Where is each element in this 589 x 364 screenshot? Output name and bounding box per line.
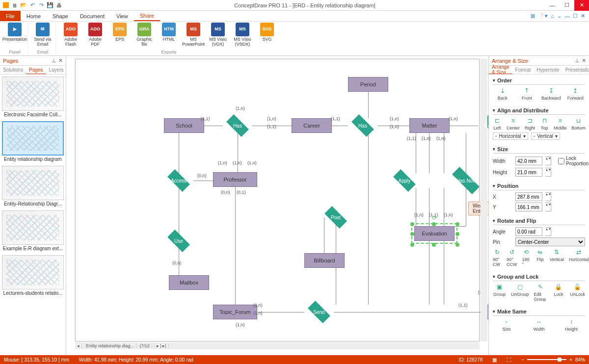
lt-solutions[interactable]: Solutions bbox=[0, 66, 26, 74]
collapse-icon[interactable]: ⌄ bbox=[557, 13, 562, 19]
lock-button[interactable]: 🔒Lock bbox=[552, 283, 565, 302]
home-icon[interactable]: ⌂ bbox=[551, 13, 554, 19]
page-thumb[interactable]: Electronic Facsimile Coll... bbox=[2, 77, 64, 117]
tab-nav-next[interactable]: ▸ | ▸| bbox=[155, 343, 169, 348]
tab-document[interactable]: Document bbox=[74, 11, 110, 21]
relation-has2[interactable]: Has bbox=[348, 118, 377, 133]
close-panel-icon[interactable]: ✕ bbox=[582, 57, 586, 64]
--button[interactable]: ⟲180 ° bbox=[522, 248, 531, 267]
front-button[interactable]: ⤒Front bbox=[517, 87, 537, 101]
vertical-scrollbar[interactable] bbox=[481, 59, 487, 341]
mdi-close-icon[interactable]: ✕ bbox=[581, 13, 585, 19]
fit-icon[interactable]: ⛶ bbox=[507, 357, 511, 363]
relation-ithas[interactable]: It Has Notes bbox=[446, 173, 485, 188]
ungroup-button[interactable]: ▢UnGroup bbox=[511, 283, 529, 302]
tab-strip[interactable]: ◂ Entity relationship diag... (7/12 ▸ | … bbox=[75, 342, 480, 349]
x-input[interactable] bbox=[515, 192, 542, 201]
presentation-button[interactable]: ▶Presentation bbox=[4, 23, 26, 42]
horizontal-button[interactable]: ⇄Horizontal bbox=[569, 248, 589, 267]
relation-send[interactable]: Send bbox=[304, 305, 334, 319]
entity-mailbox[interactable]: Mailbox bbox=[169, 275, 209, 290]
y-input[interactable] bbox=[515, 203, 542, 211]
same-header[interactable]: Make Same bbox=[493, 308, 585, 316]
distribute-horizontal[interactable]: ▫ Horizontal ▾ bbox=[493, 132, 528, 140]
rt-hypernote[interactable]: Hypernote bbox=[534, 66, 562, 74]
rt-format[interactable]: Format bbox=[512, 66, 534, 74]
entity-career[interactable]: Career bbox=[292, 118, 332, 133]
entity-period[interactable]: Period bbox=[348, 77, 388, 92]
export-adobe-pdf[interactable]: ADOAdobe PDF bbox=[84, 23, 106, 47]
flip-button[interactable]: ⇋Flip bbox=[535, 248, 544, 267]
page-thumb[interactable]: Example E-R diagram ext... bbox=[2, 210, 64, 251]
pin-icon[interactable]: ⊥ bbox=[575, 57, 580, 64]
send-email-button[interactable]: ✉Send via Email bbox=[32, 23, 54, 47]
back-button[interactable]: ⤓Back bbox=[493, 87, 512, 101]
window-icon[interactable]: ⊞ bbox=[531, 13, 535, 19]
vertical-button[interactable]: ⇅Vertical bbox=[549, 248, 564, 267]
sheet-tab[interactable]: Entity relationship diag... (7/12 bbox=[82, 343, 155, 348]
width-spinner[interactable]: ▲▼ bbox=[545, 156, 551, 165]
x-spinner[interactable]: ▲▼ bbox=[545, 192, 551, 201]
print-icon[interactable]: 🖶 bbox=[55, 1, 63, 9]
entity-billboard[interactable]: Billboard bbox=[304, 253, 345, 268]
tab-file[interactable]: File bbox=[0, 11, 21, 21]
size-header[interactable]: Size bbox=[493, 145, 585, 154]
export-ms-visio-vdx-[interactable]: MS MS Visio (VDX) bbox=[207, 23, 229, 47]
export-svg[interactable]: SVGSVG bbox=[256, 23, 278, 47]
unlock-button[interactable]: 🔓UnLock bbox=[570, 283, 585, 302]
export-graphic-file[interactable]: GRAGraphic file bbox=[134, 23, 155, 47]
rotate-header[interactable]: Rotate and Flip bbox=[493, 217, 585, 225]
lt-pages[interactable]: Pages bbox=[26, 66, 46, 74]
tab-home[interactable]: Home bbox=[21, 11, 47, 21]
order-header[interactable]: Order bbox=[493, 77, 585, 85]
angle-spinner[interactable]: ▲▼ bbox=[545, 227, 551, 236]
entity-professor[interactable]: Professor bbox=[213, 172, 257, 187]
save-icon[interactable]: 💾 bbox=[46, 1, 54, 9]
export-adobe-flash[interactable]: ADOAdobe Flash bbox=[60, 23, 81, 47]
height-spinner[interactable]: ▲▼ bbox=[545, 168, 551, 177]
grid-icon[interactable]: ▦ bbox=[492, 357, 497, 363]
backward-button[interactable]: ↧Backward bbox=[541, 87, 561, 101]
undo-icon[interactable]: ↶ bbox=[28, 1, 36, 9]
zoom-slider[interactable] bbox=[527, 359, 566, 360]
close-panel-icon[interactable]: ✕ bbox=[58, 57, 63, 64]
relation-has1[interactable]: Has bbox=[223, 118, 252, 133]
page-thumb[interactable]: Lecturers-students relatio... bbox=[2, 255, 64, 296]
width-input[interactable] bbox=[515, 156, 542, 165]
zoom-control[interactable]: − + 84% bbox=[521, 357, 585, 363]
relation-use[interactable]: Use bbox=[164, 234, 193, 248]
tab-share[interactable]: Share bbox=[134, 11, 160, 21]
zoom-in-icon[interactable]: + bbox=[569, 357, 572, 363]
export-ms-powerpoint[interactable]: MS MS PowerPoint bbox=[183, 23, 204, 47]
export-eps[interactable]: EPSEPS bbox=[109, 23, 131, 47]
forward-button[interactable]: ↥Forward bbox=[566, 87, 586, 101]
entity-topic[interactable]: Topic_Forum bbox=[213, 305, 257, 319]
bottom-button[interactable]: ⊔Bottom bbox=[572, 117, 586, 130]
left-button[interactable]: ⊏Left bbox=[493, 117, 502, 130]
center-button[interactable]: ≡Center bbox=[507, 117, 520, 130]
tab-view[interactable]: View bbox=[110, 11, 134, 21]
middle-button[interactable]: ≡Middle bbox=[554, 117, 567, 130]
angle-input[interactable] bbox=[515, 227, 542, 236]
zoom-out-icon[interactable]: − bbox=[521, 357, 524, 363]
help-icon[interactable]: ❔▾ bbox=[538, 13, 548, 19]
pin-icon[interactable]: ⊥ bbox=[52, 57, 56, 64]
width-button[interactable]: ↔Width bbox=[525, 318, 553, 332]
maximize-button[interactable]: ☐ bbox=[560, 0, 574, 11]
page-thumb[interactable]: Entity-Relationship Diagr... bbox=[2, 166, 64, 207]
mdi-max-icon[interactable]: ☐ bbox=[573, 13, 578, 19]
tab-shape[interactable]: Shape bbox=[47, 11, 74, 21]
new-icon[interactable]: 🗎 bbox=[11, 1, 19, 9]
entity-school[interactable]: School bbox=[164, 118, 204, 133]
-cw-button[interactable]: ↻90° CW bbox=[493, 248, 502, 267]
page-thumb[interactable]: Entity relationship diagram bbox=[2, 121, 64, 162]
canvas[interactable]: PeriodSchoolCareerMatterBibliographyProf… bbox=[66, 56, 488, 355]
size-button[interactable]: ▫Size bbox=[493, 318, 520, 332]
export-html[interactable]: HTMHTML bbox=[158, 23, 180, 47]
redo-icon[interactable]: ↷ bbox=[37, 1, 45, 9]
relation-access[interactable]: Access bbox=[164, 173, 193, 188]
lt-layers[interactable]: Layers bbox=[46, 66, 67, 74]
align-header[interactable]: Align and Distribute bbox=[493, 106, 585, 115]
right-button[interactable]: ⊐Right bbox=[525, 117, 535, 130]
export-ms-visio-vsdx-[interactable]: MS MS Visio (VSDX) bbox=[232, 23, 253, 47]
